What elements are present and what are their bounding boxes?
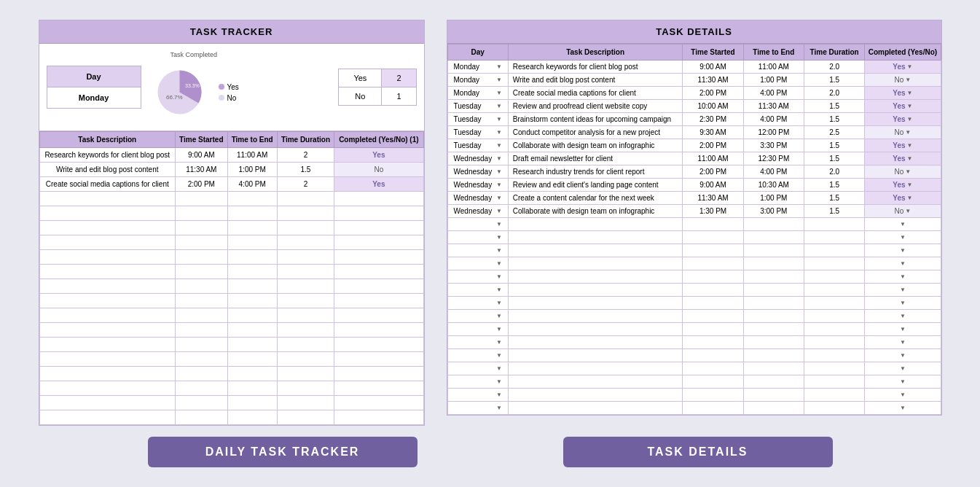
completed-dropdown-icon[interactable]: ▼ [900,378,906,385]
table-row: Tuesday ▼ Collaborate with design team o… [447,139,941,152]
right-empty-row: ▼ ▼ [447,231,941,244]
table-row: Monday ▼ Research keywords for client bl… [447,61,941,74]
dropdown-arrow-icon[interactable]: ▼ [496,195,502,201]
completed-dropdown-icon[interactable]: ▼ [900,273,906,280]
dropdown-arrow-icon[interactable]: ▼ [496,300,502,306]
day-cell[interactable]: Monday ▼ [447,74,508,87]
duration-cell: 2 [277,148,334,163]
yes-summary-label: Yes [339,69,382,87]
day-cell[interactable]: Monday ▼ [447,87,508,100]
dropdown-arrow-icon[interactable]: ▼ [496,182,502,188]
dropdown-arrow-icon[interactable]: ▼ [496,405,502,411]
right-completed-cell[interactable]: Yes ▼ [865,179,941,192]
dropdown-arrow-icon[interactable]: ▼ [496,234,502,241]
dropdown-arrow-icon[interactable]: ▼ [496,221,502,227]
empty-row [39,352,423,367]
empty-row [39,323,423,338]
completed-dropdown-icon[interactable]: ▼ [907,142,913,149]
completed-dropdown-icon[interactable]: ▼ [905,208,911,214]
dropdown-arrow-icon[interactable]: ▼ [496,63,502,70]
right-empty-row: ▼ ▼ [447,323,941,336]
completed-dropdown-icon[interactable]: ▼ [905,77,911,83]
right-completed-cell[interactable]: No ▼ [865,205,941,218]
right-completed-cell[interactable]: Yes ▼ [865,152,941,165]
completed-dropdown-icon[interactable]: ▼ [900,260,906,267]
dropdown-arrow-icon[interactable]: ▼ [496,339,502,346]
time-start-cell: 11:30 AM [176,163,228,177]
left-panel: TASK TRACKER Day Monday Task Completed [39,20,425,426]
dropdown-arrow-icon[interactable]: ▼ [496,260,502,267]
dropdown-arrow-icon[interactable]: ▼ [496,365,502,372]
right-completed-cell[interactable]: Yes ▼ [865,87,941,100]
right-completed-cell[interactable]: Yes ▼ [865,192,941,205]
completed-cell[interactable]: Yes [334,177,423,192]
dropdown-arrow-icon[interactable]: ▼ [496,326,502,332]
completed-dropdown-icon[interactable]: ▼ [900,300,906,306]
day-cell[interactable]: Wednesday ▼ [447,152,508,165]
right-task-desc-cell: Create social media captions for client [508,87,683,100]
completed-dropdown-icon[interactable]: ▼ [907,155,913,162]
dropdown-arrow-icon[interactable]: ▼ [496,168,502,175]
completed-dropdown-icon[interactable]: ▼ [900,326,906,332]
completed-dropdown-icon[interactable]: ▼ [907,63,913,70]
dropdown-arrow-icon[interactable]: ▼ [496,116,502,122]
dropdown-arrow-icon[interactable]: ▼ [496,247,502,254]
dropdown-arrow-icon[interactable]: ▼ [496,273,502,280]
completed-cell[interactable]: Yes [334,148,423,163]
completed-dropdown-icon[interactable]: ▼ [900,221,906,227]
completed-dropdown-icon[interactable]: ▼ [900,365,906,372]
day-cell[interactable]: Tuesday ▼ [447,126,508,139]
right-completed-cell[interactable]: Yes ▼ [865,61,941,74]
dropdown-arrow-icon[interactable]: ▼ [496,313,502,319]
dropdown-arrow-icon[interactable]: ▼ [496,142,502,149]
completed-dropdown-icon[interactable]: ▼ [905,129,911,136]
day-cell[interactable]: Tuesday ▼ [447,139,508,152]
completed-dropdown-icon[interactable]: ▼ [907,116,913,122]
dropdown-arrow-icon[interactable]: ▼ [496,287,502,293]
right-completed-cell[interactable]: No ▼ [865,126,941,139]
dropdown-arrow-icon[interactable]: ▼ [496,378,502,385]
dropdown-arrow-icon[interactable]: ▼ [496,352,502,359]
completed-dropdown-icon[interactable]: ▼ [900,391,906,398]
day-cell[interactable]: Wednesday ▼ [447,205,508,218]
day-cell[interactable]: Wednesday ▼ [447,179,508,192]
dropdown-arrow-icon[interactable]: ▼ [496,90,502,96]
dropdown-arrow-icon[interactable]: ▼ [496,103,502,109]
dropdown-arrow-icon[interactable]: ▼ [496,208,502,214]
right-completed-cell[interactable]: Yes ▼ [865,100,941,113]
completed-dropdown-icon[interactable]: ▼ [900,313,906,319]
completed-dropdown-icon[interactable]: ▼ [905,168,911,175]
dropdown-arrow-icon[interactable]: ▼ [496,391,502,398]
dropdown-arrow-icon[interactable]: ▼ [496,77,502,83]
empty-row [39,206,423,221]
completed-dropdown-icon[interactable]: ▼ [907,103,913,109]
right-time-end-cell: 3:30 PM [743,139,804,152]
col-time-started: Time Started [176,132,228,148]
completed-dropdown-icon[interactable]: ▼ [900,234,906,241]
right-time-end-cell: 4:00 PM [743,113,804,126]
day-cell[interactable]: Monday ▼ [447,61,508,74]
completed-dropdown-icon[interactable]: ▼ [907,195,913,201]
completed-dropdown-icon[interactable]: ▼ [900,287,906,293]
completed-dropdown-icon[interactable]: ▼ [907,90,913,96]
right-empty-row: ▼ ▼ [447,270,941,284]
dropdown-arrow-icon[interactable]: ▼ [496,155,502,162]
completed-dropdown-icon[interactable]: ▼ [900,352,906,359]
empty-row [39,265,423,279]
right-completed-cell[interactable]: No ▼ [865,74,941,87]
completed-dropdown-icon[interactable]: ▼ [900,339,906,346]
completed-dropdown-icon[interactable]: ▼ [900,247,906,254]
day-cell[interactable]: Wednesday ▼ [447,192,508,205]
completed-dropdown-icon[interactable]: ▼ [907,182,913,188]
day-cell[interactable]: Wednesday ▼ [447,165,508,179]
completed-dropdown-icon[interactable]: ▼ [900,405,906,411]
right-task-desc-cell: Conduct competitor analysis for a new pr… [508,126,683,139]
right-completed-cell[interactable]: Yes ▼ [865,113,941,126]
right-completed-cell[interactable]: Yes ▼ [865,139,941,152]
day-cell[interactable]: Tuesday ▼ [447,100,508,113]
empty-row [39,294,423,308]
completed-cell[interactable]: No [334,163,423,177]
right-completed-cell[interactable]: No ▼ [865,165,941,179]
dropdown-arrow-icon[interactable]: ▼ [496,129,502,136]
day-cell[interactable]: Tuesday ▼ [447,113,508,126]
